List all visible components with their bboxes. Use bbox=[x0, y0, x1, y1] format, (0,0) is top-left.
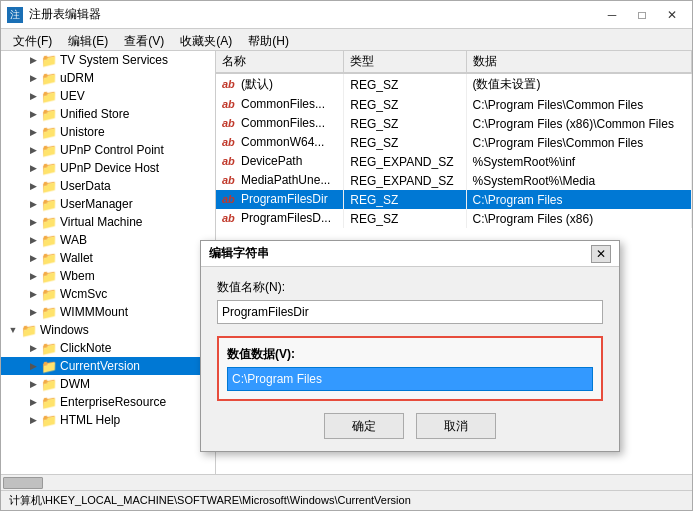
cell-type: REG_SZ bbox=[344, 73, 466, 95]
expand-icon[interactable]: ▶ bbox=[25, 340, 41, 356]
folder-icon: 📁 bbox=[41, 305, 57, 319]
status-path: 计算机\HKEY_LOCAL_MACHINE\SOFTWARE\Microsof… bbox=[9, 493, 411, 508]
tree-item-label: HTML Help bbox=[60, 413, 120, 427]
expand-icon[interactable]: ▶ bbox=[25, 286, 41, 302]
name-input[interactable] bbox=[217, 300, 603, 324]
tree-item-unistore[interactable]: ▶📁Unistore bbox=[1, 123, 215, 141]
tree-item-label: ClickNote bbox=[60, 341, 111, 355]
expand-icon[interactable]: ▶ bbox=[25, 376, 41, 392]
dialog-title-bar: 编辑字符串 ✕ bbox=[201, 241, 619, 267]
tree-item-html-help[interactable]: ▶📁HTML Help bbox=[1, 411, 215, 429]
menu-view[interactable]: 查看(V) bbox=[116, 31, 172, 48]
expand-icon[interactable]: ▼ bbox=[5, 322, 21, 338]
tree-item-clicknote[interactable]: ▶📁ClickNote bbox=[1, 339, 215, 357]
table-row[interactable]: abMediaPathUne...REG_EXPAND_SZ%SystemRoo… bbox=[216, 171, 692, 190]
tree-item-wbem[interactable]: ▶📁Wbem bbox=[1, 267, 215, 285]
tree-item-wimmount[interactable]: ▶📁WIMMMount bbox=[1, 303, 215, 321]
tree-item-dwm[interactable]: ▶📁DWM bbox=[1, 375, 215, 393]
tree-item-label: UEV bbox=[60, 89, 85, 103]
expand-icon[interactable]: ▶ bbox=[25, 106, 41, 122]
menu-help[interactable]: 帮助(H) bbox=[240, 31, 297, 48]
table-row[interactable]: abCommonFiles...REG_SZC:\Program Files\C… bbox=[216, 95, 692, 114]
tree-item-wab[interactable]: ▶📁WAB bbox=[1, 231, 215, 249]
folder-icon: 📁 bbox=[21, 323, 37, 337]
expand-icon[interactable]: ▶ bbox=[25, 268, 41, 284]
col-type: 类型 bbox=[344, 51, 466, 73]
cell-type: REG_SZ bbox=[344, 114, 466, 133]
cell-name: abProgramFilesDir bbox=[216, 190, 344, 209]
folder-icon: 📁 bbox=[41, 71, 57, 85]
tree-item-unified-store[interactable]: ▶📁Unified Store bbox=[1, 105, 215, 123]
tree-item-userdata[interactable]: ▶📁UserData bbox=[1, 177, 215, 195]
expand-icon[interactable]: ▶ bbox=[25, 394, 41, 410]
cell-type: REG_SZ bbox=[344, 209, 466, 228]
expand-icon[interactable]: ▶ bbox=[25, 304, 41, 320]
close-button[interactable]: ✕ bbox=[658, 5, 686, 25]
expand-icon[interactable]: ▶ bbox=[25, 124, 41, 140]
expand-icon[interactable]: ▶ bbox=[25, 232, 41, 248]
table-row[interactable]: abCommonFiles...REG_SZC:\Program Files (… bbox=[216, 114, 692, 133]
cell-data: (数值未设置) bbox=[466, 73, 692, 95]
app-icon: 注 bbox=[7, 7, 23, 23]
registry-type-icon: ab bbox=[222, 155, 238, 169]
table-row[interactable]: abProgramFilesDirREG_SZC:\Program Files bbox=[216, 190, 692, 209]
tree-item-wcmsvc[interactable]: ▶📁WcmSvc bbox=[1, 285, 215, 303]
tree-item-tv-system-services[interactable]: ▶📁TV System Services bbox=[1, 51, 215, 69]
tree-item-wallet[interactable]: ▶📁Wallet bbox=[1, 249, 215, 267]
menu-edit[interactable]: 编辑(E) bbox=[60, 31, 116, 48]
expand-icon[interactable]: ▶ bbox=[25, 178, 41, 194]
tree-item-virtual-machine[interactable]: ▶📁Virtual Machine bbox=[1, 213, 215, 231]
tree-item-label: UserData bbox=[60, 179, 111, 193]
tree-item-label: Unistore bbox=[60, 125, 105, 139]
tree-item-udrm[interactable]: ▶📁uDRM bbox=[1, 69, 215, 87]
edit-string-dialog[interactable]: 编辑字符串 ✕ 数值名称(N): 数值数据(V): 确定 取消 bbox=[200, 240, 620, 452]
menu-file[interactable]: 文件(F) bbox=[5, 31, 60, 48]
expand-icon[interactable]: ▶ bbox=[25, 142, 41, 158]
folder-icon: 📁 bbox=[41, 251, 57, 265]
expand-icon[interactable]: ▶ bbox=[25, 88, 41, 104]
table-row[interactable]: abProgramFilesD...REG_SZC:\Program Files… bbox=[216, 209, 692, 228]
registry-type-icon: ab bbox=[222, 117, 238, 131]
cancel-button[interactable]: 取消 bbox=[416, 413, 496, 439]
tree-item-upnp-device[interactable]: ▶📁UPnP Device Host bbox=[1, 159, 215, 177]
tree-item-windows[interactable]: ▼📁Windows bbox=[1, 321, 215, 339]
folder-icon: 📁 bbox=[41, 413, 57, 427]
tree-item-current-version[interactable]: ▶📁CurrentVersion bbox=[1, 357, 215, 375]
ok-button[interactable]: 确定 bbox=[324, 413, 404, 439]
table-row[interactable]: ab(默认)REG_SZ(数值未设置) bbox=[216, 73, 692, 95]
expand-icon[interactable]: ▶ bbox=[25, 52, 41, 68]
dialog-close-button[interactable]: ✕ bbox=[591, 245, 611, 263]
expand-icon[interactable]: ▶ bbox=[25, 70, 41, 86]
expand-icon[interactable]: ▶ bbox=[25, 250, 41, 266]
maximize-button[interactable]: □ bbox=[628, 5, 656, 25]
expand-icon[interactable]: ▶ bbox=[25, 196, 41, 212]
data-label: 数值数据(V): bbox=[227, 346, 593, 363]
table-row[interactable]: abDevicePathREG_EXPAND_SZ%SystemRoot%\in… bbox=[216, 152, 692, 171]
tree-item-upnp-control[interactable]: ▶📁UPnP Control Point bbox=[1, 141, 215, 159]
tree-item-label: Wbem bbox=[60, 269, 95, 283]
expand-icon[interactable]: ▶ bbox=[25, 160, 41, 176]
folder-icon: 📁 bbox=[41, 161, 57, 175]
tree-item-uev[interactable]: ▶📁UEV bbox=[1, 87, 215, 105]
cell-name: ab(默认) bbox=[216, 73, 344, 95]
expand-icon[interactable]: ▶ bbox=[25, 412, 41, 428]
tree-item-usermanager[interactable]: ▶📁UserManager bbox=[1, 195, 215, 213]
expand-icon[interactable]: ▶ bbox=[25, 358, 41, 374]
menu-favorites[interactable]: 收藏夹(A) bbox=[172, 31, 240, 48]
tree-item-label: WIMMMount bbox=[60, 305, 128, 319]
data-input[interactable] bbox=[227, 367, 593, 391]
cell-data: C:\Program Files (x86)\Common Files bbox=[466, 114, 692, 133]
tree-item-enterprise-resource[interactable]: ▶📁EnterpriseResource bbox=[1, 393, 215, 411]
expand-icon[interactable]: ▶ bbox=[25, 214, 41, 230]
cell-name: abCommonFiles... bbox=[216, 114, 344, 133]
scroll-thumb[interactable] bbox=[3, 477, 43, 489]
folder-icon: 📁 bbox=[41, 107, 57, 121]
menu-bar: 文件(F) 编辑(E) 查看(V) 收藏夹(A) 帮助(H) bbox=[1, 29, 692, 51]
window-controls: ─ □ ✕ bbox=[598, 5, 686, 25]
minimize-button[interactable]: ─ bbox=[598, 5, 626, 25]
cell-type: REG_EXPAND_SZ bbox=[344, 152, 466, 171]
registry-tree[interactable]: ▶📁TV System Services▶📁uDRM▶📁UEV▶📁Unified… bbox=[1, 51, 216, 474]
tree-item-label: Unified Store bbox=[60, 107, 129, 121]
horizontal-scrollbar[interactable] bbox=[1, 474, 692, 490]
table-row[interactable]: abCommonW64...REG_SZC:\Program Files\Com… bbox=[216, 133, 692, 152]
